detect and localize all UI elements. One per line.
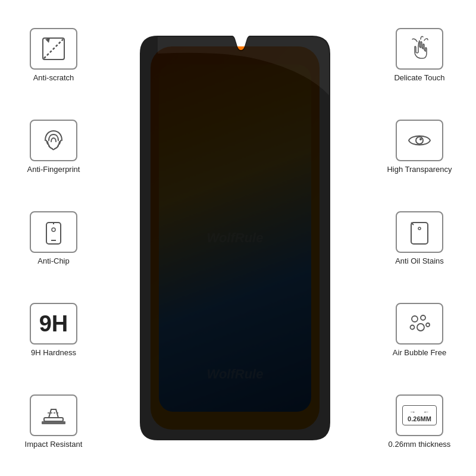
impact-resistant-label: Impact Resistant [25, 440, 83, 449]
svg-rect-7 [44, 418, 63, 421]
svg-line-1 [44, 39, 63, 58]
svg-point-15 [418, 227, 421, 230]
impact-icon-box [30, 394, 77, 436]
feature-thickness: → ← 0.26MM 0.26mm thickness [389, 394, 451, 449]
svg-point-4 [52, 228, 55, 231]
feature-impact-resistant: Impact Resistant [25, 394, 83, 449]
thickness-arrows: → ← [409, 408, 430, 415]
9h-icon-box: 9H [30, 303, 77, 345]
right-features: Delicate Touch High Transparency [369, 12, 470, 464]
center-phone-area: WolfRule WolfRule [101, 12, 369, 464]
thickness-inner-box: → ← 0.26MM [402, 405, 437, 425]
impact-icon [39, 401, 68, 430]
9h-hardness-label: 9H Hardness [31, 348, 76, 357]
anti-oil-stains-label: Anti Oil Stains [395, 256, 444, 265]
anti-scratch-label: Anti-scratch [33, 73, 74, 82]
arrow-left: → [409, 408, 416, 415]
feature-anti-fingerprint: Anti-Fingerprint [27, 120, 80, 174]
phone-outer: WolfRule WolfRule [140, 36, 330, 440]
transparency-icon-box [396, 120, 443, 161]
svg-point-13 [419, 138, 422, 140]
fingerprint-icon [39, 126, 68, 155]
svg-rect-8 [42, 421, 65, 424]
anti-chip-label: Anti-Chip [37, 256, 69, 265]
thickness-label: 0.26mm thickness [389, 440, 451, 449]
touch-icon [405, 35, 434, 63]
arrow-right: ← [423, 408, 430, 415]
chip-icon [39, 218, 68, 246]
anti-fingerprint-label: Anti-Fingerprint [27, 165, 80, 174]
bubble-icon-box [396, 303, 443, 345]
bubble-icon [405, 309, 434, 338]
high-transparency-label: High Transparency [387, 165, 452, 174]
delicate-touch-label: Delicate Touch [394, 73, 444, 82]
anti-fingerprint-icon-box [30, 120, 77, 161]
feature-9h-hardness: 9H 9H Hardness [30, 303, 77, 357]
main-layout: Anti-scratch Anti-Fingerp [0, 0, 476, 476]
anti-scratch-icon-box [30, 28, 77, 70]
scratch-icon [39, 35, 68, 63]
feature-anti-scratch: Anti-scratch [30, 28, 77, 82]
anti-chip-icon-box [30, 211, 77, 253]
svg-point-17 [412, 316, 418, 322]
9h-text: 9H [39, 312, 68, 335]
feature-anti-chip: Anti-Chip [30, 211, 77, 265]
oilstain-icon-box [396, 211, 443, 253]
transparency-icon [405, 126, 434, 155]
svg-point-20 [417, 324, 424, 331]
svg-point-19 [410, 325, 414, 329]
svg-point-18 [421, 315, 425, 320]
feature-high-transparency: High Transparency [387, 120, 452, 174]
thickness-icon-box: → ← 0.26MM [396, 394, 443, 436]
svg-point-21 [426, 323, 430, 327]
left-features: Anti-scratch Anti-Fingerp [6, 12, 101, 464]
touch-icon-box [396, 28, 443, 70]
air-bubble-free-label: Air Bubble Free [393, 348, 446, 357]
thickness-value: 0.26MM [408, 415, 431, 422]
svg-marker-2 [45, 38, 50, 43]
feature-delicate-touch: Delicate Touch [394, 28, 444, 82]
oilstain-icon [405, 218, 434, 246]
feature-anti-oil-stains: Anti Oil Stains [395, 211, 444, 265]
feature-air-bubble-free: Air Bubble Free [393, 303, 446, 357]
svg-point-12 [416, 137, 423, 144]
svg-rect-14 [411, 223, 428, 244]
glass-overlay [140, 36, 330, 440]
